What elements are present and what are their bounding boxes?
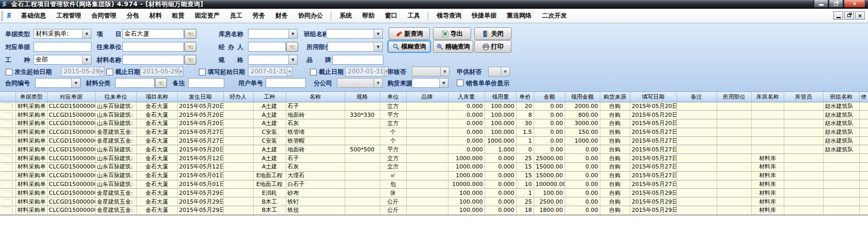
cell-项目名称[interactable]: 金石大厦 — [136, 102, 177, 111]
cell-工种[interactable]: A土建 — [253, 154, 286, 163]
cell-库房名称[interactable] — [751, 136, 784, 145]
cell-班组名称[interactable]: 赵水建筑队 — [823, 128, 859, 136]
cell-填写日期[interactable]: 2015年05月20日 — [630, 102, 676, 111]
row-selector-cell[interactable] — [0, 154, 16, 163]
cell-单价[interactable]: 15 — [516, 163, 534, 172]
table-row[interactable]: 材料采购单CLCGD150000001山东百脉建筑:金石大厦2015年05月20… — [0, 102, 868, 111]
menu-item-合同管理[interactable]: 合同管理 — [86, 9, 121, 23]
cell-单位[interactable]: 个 — [380, 136, 406, 145]
cell-购货来源[interactable]: 自购 — [600, 197, 630, 206]
cell-工种[interactable]: E消耗 — [253, 189, 286, 197]
cell-金额[interactable]: 2500.00 — [534, 197, 565, 206]
cell-单位[interactable]: 个 — [380, 128, 406, 136]
cell-单据类型[interactable]: 材料采购单 — [16, 189, 47, 197]
cell-所用部位[interactable] — [717, 119, 751, 128]
cell-工种[interactable]: A土建 — [253, 111, 286, 119]
cell-品牌[interactable] — [406, 102, 448, 111]
occur-end-date[interactable]: 2015-05-29▼ — [140, 67, 183, 76]
fill-end-date[interactable]: 2007-01-31▼ — [345, 67, 389, 76]
column-header-领用金额[interactable]: 领用金额 — [565, 92, 600, 102]
table-row[interactable]: 材料采购单CLCGD150000002金星建筑五金:金石大厦2015年05月27… — [0, 128, 868, 136]
cell-单价[interactable]: 8 — [516, 111, 534, 119]
cell-规格[interactable] — [345, 136, 380, 145]
cell-使[interactable] — [859, 163, 868, 172]
sales-unit-price-checkbox[interactable] — [457, 80, 463, 86]
brand-input[interactable] — [332, 55, 383, 65]
cell-领用金额[interactable]: 0.00 — [565, 206, 600, 215]
cell-库管员[interactable] — [784, 189, 823, 197]
cell-领用金额[interactable]: 0.00 — [565, 154, 600, 163]
cell-领用金额[interactable]: 800.00 — [565, 111, 600, 119]
cell-经办人[interactable] — [223, 128, 253, 136]
cell-品牌[interactable] — [406, 180, 448, 189]
cell-班组名称[interactable] — [823, 197, 859, 206]
column-header-领用量[interactable]: 领用量 — [485, 92, 516, 102]
toolbar-grip[interactable] — [1, 11, 3, 21]
cell-单价[interactable]: 30 — [516, 119, 534, 128]
cell-往来单位[interactable]: 山东百脉建筑: — [95, 119, 136, 128]
cell-金额[interactable]: 0.00 — [534, 111, 565, 119]
cell-单价[interactable]: 15 — [516, 171, 534, 180]
contract-no-combo[interactable]: ▼ — [35, 78, 81, 88]
cell-备注[interactable] — [676, 189, 717, 197]
cell-金额[interactable]: 25000.00 — [534, 154, 565, 163]
cell-工种[interactable]: A土建 — [253, 163, 286, 172]
cell-所用部位[interactable] — [717, 206, 751, 215]
cell-规格[interactable] — [345, 180, 380, 189]
cell-领用金额[interactable]: 0.00 — [565, 180, 600, 189]
row-selector-cell[interactable] — [0, 102, 16, 111]
cell-使[interactable] — [859, 128, 868, 136]
chevron-down-icon[interactable]: ▼ — [288, 55, 297, 64]
cell-单位[interactable]: 立方 — [380, 102, 406, 111]
cell-领用量[interactable]: 0.000 — [485, 206, 516, 215]
chevron-down-icon[interactable]: ▼ — [71, 79, 80, 87]
column-header-名称[interactable]: 名称 — [286, 92, 345, 102]
column-header-发生日期[interactable]: 发生日期 — [177, 92, 223, 102]
menu-item-员工[interactable]: 员工 — [225, 9, 247, 23]
cell-规格[interactable] — [345, 154, 380, 163]
cell-名称[interactable]: 铁丝 — [286, 206, 345, 215]
column-header-单价[interactable]: 单价 — [516, 92, 534, 102]
cell-工种[interactable]: B木工 — [253, 197, 286, 206]
cell-单据类型[interactable]: 材料采购单 — [16, 197, 47, 206]
menu-item-财务[interactable]: 财务 — [270, 9, 293, 23]
cell-备注[interactable] — [676, 136, 717, 145]
cell-规格[interactable] — [345, 102, 380, 111]
cell-库管员[interactable] — [784, 136, 823, 145]
cell-使[interactable] — [859, 102, 868, 111]
cell-所用部位[interactable] — [717, 111, 751, 119]
cell-工种[interactable]: A土建 — [253, 102, 286, 111]
cell-往来单位[interactable]: 山东百脉建筑: — [95, 111, 136, 119]
menu-item-窗口[interactable]: 窗口 — [380, 9, 402, 23]
cell-单位[interactable]: 立方 — [380, 163, 406, 172]
menu-item-帮助[interactable]: 帮助 — [357, 9, 380, 23]
cell-项目名称[interactable]: 金石大厦 — [136, 128, 177, 136]
cell-填写日期[interactable]: 2015年05月20日 — [630, 119, 676, 128]
cell-班组名称[interactable]: 赵水建筑队 — [823, 119, 859, 128]
cell-购货来源[interactable]: 自购 — [600, 136, 630, 145]
menu-item-快捷单据[interactable]: 快捷单据 — [467, 9, 502, 23]
occur-start-checkbox[interactable] — [6, 69, 12, 75]
cell-名称[interactable]: 砂布 — [286, 189, 345, 197]
cell-使[interactable] — [859, 180, 868, 189]
cell-备注[interactable] — [676, 206, 717, 215]
column-header-单位[interactable]: 单位 — [380, 92, 406, 102]
cell-发生日期[interactable]: 2015年05月27日 — [177, 128, 223, 136]
cell-库管员[interactable] — [784, 197, 823, 206]
cell-名称[interactable]: 白石子 — [286, 180, 345, 189]
cell-单据类型[interactable]: 材料采购单 — [16, 206, 47, 215]
cell-经办人[interactable] — [223, 180, 253, 189]
operator-picker-button[interactable]: ☜ — [286, 42, 298, 52]
cell-填写日期[interactable]: 2015年05月20日 — [630, 111, 676, 119]
cell-名称[interactable]: 石子 — [286, 102, 345, 111]
cell-往来单位[interactable]: 山东百脉建筑: — [95, 163, 136, 172]
fill-end-checkbox[interactable] — [310, 69, 317, 75]
cell-使[interactable] — [859, 145, 868, 154]
cell-班组名称[interactable] — [823, 171, 859, 180]
column-header-品牌[interactable]: 品牌 — [406, 92, 448, 102]
cell-购货来源[interactable]: 自购 — [600, 206, 630, 215]
cell-领用量[interactable]: 0.000 — [485, 180, 516, 189]
column-header-库管员[interactable]: 库管员 — [784, 92, 823, 102]
column-header-所用部位[interactable]: 所用部位 — [717, 92, 751, 102]
cell-名称[interactable]: 大理石 — [286, 171, 345, 180]
